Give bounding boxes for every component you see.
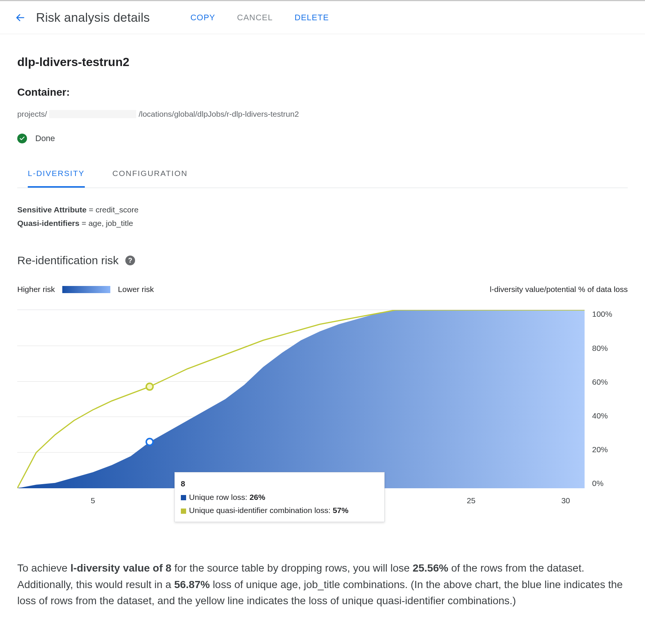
tab-configuration[interactable]: CONFIGURATION xyxy=(113,163,188,188)
summary-bold: 56.87% xyxy=(174,579,210,590)
x-tick: 30 xyxy=(561,496,570,505)
y-tick: 40% xyxy=(592,411,612,420)
help-icon[interactable]: ? xyxy=(125,256,135,265)
summary-paragraph: To achieve l-diversity value of 8 for th… xyxy=(17,560,628,609)
tooltip-row-label: Unique row loss: xyxy=(189,493,250,501)
summary-text: for the source table by dropping rows, y… xyxy=(171,562,413,574)
tooltip-qi-label: Unique quasi-identifier combination loss… xyxy=(189,506,333,515)
risk-gradient-icon xyxy=(62,286,110,293)
sensitive-attr-value: credit_score xyxy=(96,205,138,214)
legend-higher: Higher risk xyxy=(17,285,55,294)
summary-bold: l-diversity value of 8 xyxy=(71,562,171,574)
path-prefix: projects/ xyxy=(17,110,47,119)
tooltip-qi-value: 57% xyxy=(333,506,349,515)
chart-tooltip: 8 Unique row loss: 26% Unique quasi-iden… xyxy=(174,472,385,522)
summary-text: To achieve xyxy=(17,562,71,574)
path-suffix: /locations/global/dlpJobs/r-dlp-ldivers-… xyxy=(138,110,299,119)
legend-right-caption: l-diversity value/potential % of data lo… xyxy=(490,285,628,294)
tooltip-swatch-yellow xyxy=(181,509,186,514)
reidentification-chart[interactable]: 8 Unique row loss: 26% Unique quasi-iden… xyxy=(17,310,628,515)
y-tick: 80% xyxy=(592,344,612,353)
resource-path: projects/ /locations/global/dlpJobs/r-dl… xyxy=(17,110,628,119)
sensitive-attr-label: Sensitive Attribute xyxy=(17,205,87,214)
cancel-button[interactable]: CANCEL xyxy=(237,13,273,23)
y-axis-labels: 100%80%60%40%20%0% xyxy=(585,310,612,488)
svg-point-0 xyxy=(146,439,153,445)
tooltip-row-value: 26% xyxy=(250,493,265,501)
job-name: dlp-ldivers-testrun2 xyxy=(17,55,628,69)
container-label: Container: xyxy=(17,86,628,98)
back-icon[interactable] xyxy=(15,12,26,23)
svg-point-1 xyxy=(146,384,153,390)
y-tick: 0% xyxy=(592,479,612,488)
copy-button[interactable]: COPY xyxy=(190,13,215,23)
page-title: Risk analysis details xyxy=(36,11,150,25)
legend-lower: Lower risk xyxy=(118,285,154,294)
status-text: Done xyxy=(35,134,55,143)
tab-ldiversity[interactable]: L-DIVERSITY xyxy=(28,163,85,188)
check-icon xyxy=(17,134,27,143)
tooltip-swatch-blue xyxy=(181,495,186,500)
delete-button[interactable]: DELETE xyxy=(295,13,329,23)
quasi-id-label: Quasi-identifiers xyxy=(17,219,80,227)
risk-section-title: Re-identification risk xyxy=(17,254,119,267)
quasi-id-value: age, job_title xyxy=(89,219,133,227)
attributes-block: Sensitive Attribute = credit_score Quasi… xyxy=(17,188,628,233)
y-tick: 20% xyxy=(592,445,612,454)
tooltip-x: 8 xyxy=(181,479,185,488)
x-tick: 25 xyxy=(467,496,475,505)
summary-bold: 25.56% xyxy=(413,562,448,574)
redacted-project xyxy=(49,110,136,118)
y-tick: 100% xyxy=(592,310,612,319)
y-tick: 60% xyxy=(592,378,612,387)
x-tick: 5 xyxy=(91,496,95,505)
